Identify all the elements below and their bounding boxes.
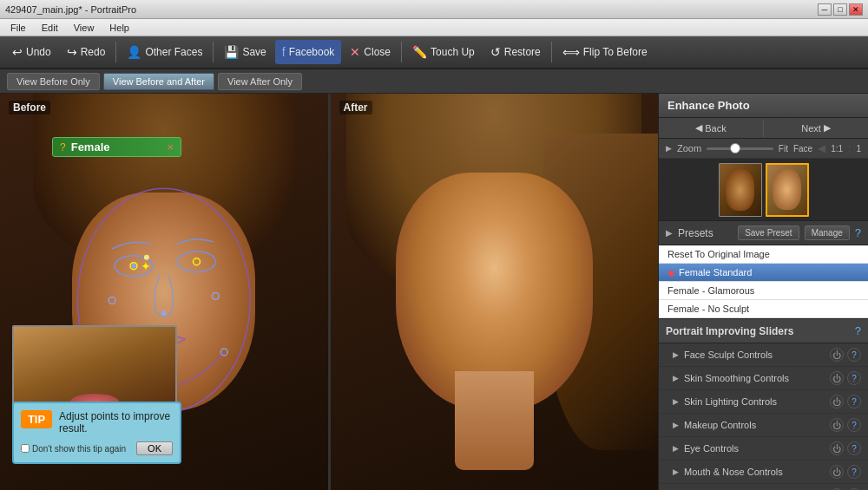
zoom-slider[interactable] — [707, 147, 773, 150]
slider-eye[interactable]: ▶ Eye Controls ⏻ ? — [659, 437, 868, 461]
back-arrow-icon: ◀ — [695, 122, 702, 134]
slider-makeup-icons: ⏻ ? — [830, 418, 861, 432]
next-button[interactable]: Next ▶ — [764, 118, 868, 138]
slider-makeup-power[interactable]: ⏻ — [830, 418, 844, 432]
slider-mouth-nose-help[interactable]: ? — [847, 465, 861, 479]
close-button[interactable]: ✕ — [849, 3, 863, 16]
slider-makeup[interactable]: ▶ Makeup Controls ⏻ ? — [659, 414, 868, 437]
view-after-only[interactable]: View After Only — [218, 73, 302, 90]
main-content: Before — [0, 94, 868, 490]
slider-mouth-nose[interactable]: ▶ Mouth & Nose Controls ⏻ ? — [659, 461, 868, 484]
menu-edit[interactable]: Edit — [35, 21, 65, 35]
slider-skin-smoothing-power[interactable]: ⏻ — [830, 371, 844, 385]
view-before-only[interactable]: View Before Only — [7, 73, 100, 90]
tip-dont-show-text: Don't show this tip again — [32, 444, 126, 454]
tip-dont-show-checkbox[interactable] — [21, 444, 30, 453]
preset-item-reset[interactable]: Reset To Original Image — [659, 245, 868, 264]
slider-skin-lighting-label: Skin Lighting Controls — [684, 396, 830, 407]
toolbar: ↩ Undo ↪ Redo 👤 Other Faces 💾 Save f Fac… — [0, 36, 868, 69]
slider-face-sculpt-icons: ⏻ ? — [830, 348, 861, 362]
slider-hair[interactable]: ▶ Hair Controls ⏻ ? — [659, 484, 868, 490]
close-image-button[interactable]: ✕ Close — [343, 40, 398, 64]
menu-file[interactable]: File — [3, 21, 33, 35]
restore-icon: ↺ — [490, 45, 501, 59]
manage-presets-button[interactable]: Manage — [805, 225, 850, 240]
slider-skin-smoothing-icons: ⏻ ? — [830, 371, 861, 385]
other-faces-button[interactable]: 👤 Other Faces — [120, 40, 209, 64]
thumbnail-after[interactable] — [766, 163, 809, 217]
facebook-label: Facebook — [289, 46, 335, 58]
portrait-sliders-header: Portrait Improving Sliders ? — [659, 319, 868, 343]
slider-skin-lighting-help[interactable]: ? — [847, 395, 861, 408]
close-icon: ✕ — [350, 45, 360, 59]
touch-up-button[interactable]: ✏️ Touch Up — [405, 40, 482, 64]
slider-skin-smoothing-label: Skin Smoothing Controls — [684, 373, 830, 383]
zoom-slider-thumb[interactable] — [730, 143, 740, 154]
menu-view[interactable]: View — [67, 21, 102, 35]
after-panel: After — [331, 94, 659, 490]
slider-mouth-nose-icons: ⏻ ? — [830, 465, 861, 479]
slider-face-sculpt[interactable]: ▶ Face Sculpt Controls ⏻ ? — [659, 343, 868, 367]
slider-skin-lighting-power[interactable]: ⏻ — [830, 395, 844, 408]
menu-help[interactable]: Help — [102, 21, 136, 35]
undo-icon: ↩ — [12, 45, 23, 59]
slider-arrow-icon-3: ▶ — [673, 397, 679, 406]
save-button[interactable]: 💾 Save — [217, 40, 273, 64]
slider-arrow-icon-6: ▶ — [673, 467, 679, 476]
zoom-ratio-separator: : — [848, 142, 851, 154]
faces-icon: 👤 — [127, 45, 141, 59]
slider-eye-power[interactable]: ⏻ — [830, 441, 844, 455]
right-panel: Enhance Photo ◀ Back Next ▶ ▶ Zoom Fit F… — [658, 94, 868, 490]
slider-eye-help[interactable]: ? — [847, 441, 861, 455]
slider-face-sculpt-power[interactable]: ⏻ — [830, 348, 844, 362]
presets-help-icon[interactable]: ? — [855, 226, 861, 239]
preset-item-no-sculpt[interactable]: Female - No Sculpt — [659, 300, 868, 318]
zoom-face-button[interactable]: Face — [793, 144, 812, 154]
flip-to-before-button[interactable]: ⟺ Flip To Before — [556, 40, 654, 64]
slider-mouth-nose-power[interactable]: ⏻ — [830, 465, 844, 479]
undo-button[interactable]: ↩ Undo — [5, 40, 58, 64]
preset-item-glamorous[interactable]: Female - Glamorous — [659, 282, 868, 300]
slider-skin-smoothing-help[interactable]: ? — [847, 371, 861, 385]
tip-header: TIP Adjust points to improve result. — [21, 410, 173, 434]
slider-makeup-help[interactable]: ? — [847, 418, 861, 432]
slider-eye-icons: ⏻ ? — [830, 441, 861, 455]
close-label: Close — [364, 46, 391, 58]
redo-button[interactable]: ↪ Redo — [60, 40, 113, 64]
preset-item-female-standard[interactable]: ◉ Female Standard — [659, 264, 868, 282]
view-before-after[interactable]: View Before and After — [103, 73, 214, 90]
before-panel: Before — [0, 94, 328, 490]
minimize-button[interactable]: ─ — [818, 3, 832, 16]
next-arrow-icon: ▶ — [824, 122, 831, 134]
portrait-sliders-help-icon[interactable]: ? — [855, 324, 861, 337]
tip-ok-button[interactable]: OK — [136, 441, 173, 455]
zoom-label: Zoom — [677, 143, 701, 154]
maximize-button[interactable]: □ — [833, 3, 847, 16]
save-icon: 💾 — [224, 45, 239, 59]
save-preset-button[interactable]: Save Preset — [738, 225, 799, 240]
tip-footer: Don't show this tip again OK — [21, 441, 173, 455]
facebook-button[interactable]: f Facebook — [275, 40, 342, 64]
preset-female-standard-label: Female Standard — [679, 267, 752, 278]
back-button[interactable]: ◀ Back — [659, 118, 763, 138]
slider-face-sculpt-help[interactable]: ? — [847, 348, 861, 362]
slider-skin-smoothing[interactable]: ▶ Skin Smoothing Controls ⏻ ? — [659, 367, 868, 390]
face-label-close[interactable]: × — [168, 140, 174, 154]
next-label: Next — [801, 123, 821, 134]
zoom-separator: ◀ — [818, 142, 825, 154]
before-label: Before — [9, 101, 50, 114]
slider-mouth-nose-label: Mouth & Nose Controls — [684, 467, 830, 477]
zoom-fit-button[interactable]: Fit — [779, 144, 788, 154]
separator-3 — [401, 42, 402, 62]
facebook-icon: f — [282, 45, 286, 59]
restore-button[interactable]: ↺ Restore — [483, 40, 548, 64]
preset-list: Reset To Original Image ◉ Female Standar… — [659, 245, 868, 319]
touch-up-label: Touch Up — [431, 46, 475, 58]
other-faces-label: Other Faces — [145, 46, 202, 58]
slider-skin-lighting[interactable]: ▶ Skin Lighting Controls ⏻ ? — [659, 390, 868, 414]
slider-arrow-icon: ▶ — [673, 350, 679, 359]
zoom-arrow-icon: ▶ — [666, 144, 672, 153]
preset-dot-icon: ◉ — [667, 268, 675, 278]
slider-skin-lighting-icons: ⏻ ? — [830, 395, 861, 408]
tip-dont-show-label[interactable]: Don't show this tip again — [21, 444, 126, 454]
